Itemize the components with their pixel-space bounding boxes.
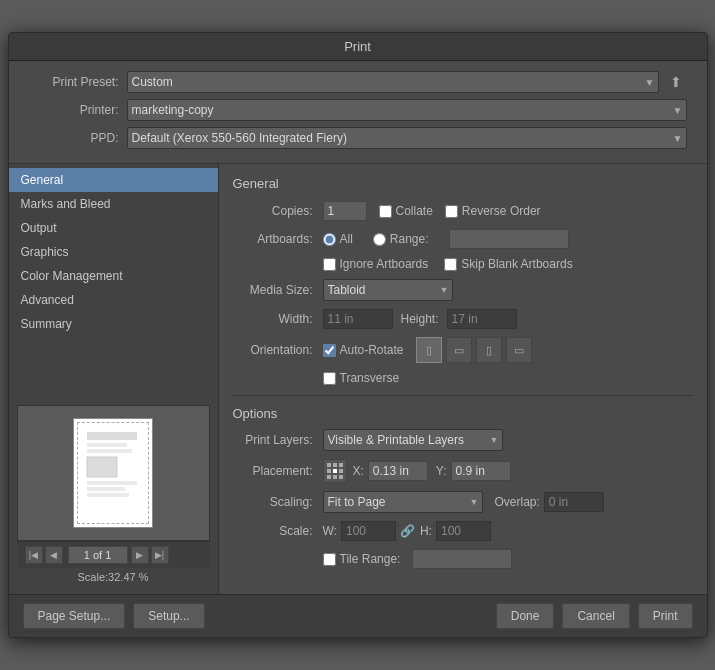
print-layers-select[interactable]: Visible & Printable Layers All Layers Vi… bbox=[323, 429, 503, 451]
svg-rect-9 bbox=[339, 463, 343, 467]
tile-range-label[interactable]: Tile Range: bbox=[323, 552, 401, 566]
placement-row: Placement: bbox=[233, 459, 693, 483]
sidebar-item-color-management[interactable]: Color Management bbox=[9, 264, 218, 288]
print-button[interactable]: Print bbox=[638, 603, 693, 629]
scaling-select[interactable]: Fit to Page Custom Tile Full Pages Tile … bbox=[323, 491, 483, 513]
svg-rect-5 bbox=[87, 487, 125, 491]
done-button[interactable]: Done bbox=[496, 603, 555, 629]
cancel-button[interactable]: Cancel bbox=[562, 603, 629, 629]
orientation-label: Orientation: bbox=[233, 343, 313, 357]
artboard-options: All Range: bbox=[323, 229, 569, 249]
print-layers-select-container: Visible & Printable Layers All Layers Vi… bbox=[323, 429, 503, 451]
skip-blank-checkbox[interactable] bbox=[444, 258, 457, 271]
page-number-input[interactable] bbox=[68, 546, 128, 564]
media-size-select[interactable]: Tabloid Letter A4 Custom bbox=[323, 279, 453, 301]
svg-rect-1 bbox=[87, 443, 127, 447]
artboards-label: Artboards: bbox=[233, 232, 313, 246]
printer-select[interactable]: marketing-copy Default Printer bbox=[127, 99, 687, 121]
scale-link-icon[interactable]: 🔗 bbox=[399, 522, 417, 540]
svg-rect-3 bbox=[87, 457, 117, 477]
ignore-artboards-label[interactable]: Ignore Artboards bbox=[323, 257, 429, 271]
separator bbox=[233, 395, 693, 396]
scale-row: Scale: W: 🔗 H: bbox=[233, 521, 693, 541]
transverse-text: Transverse bbox=[340, 371, 400, 385]
printer-row: Printer: marketing-copy Default Printer … bbox=[29, 99, 687, 121]
auto-rotate-checkbox[interactable] bbox=[323, 344, 336, 357]
sidebar-item-general[interactable]: General bbox=[9, 168, 218, 192]
reverse-order-label[interactable]: Reverse Order bbox=[445, 204, 541, 218]
sidebar-item-summary[interactable]: Summary bbox=[9, 312, 218, 336]
save-preset-icon[interactable]: ⬆ bbox=[665, 71, 687, 93]
landscape-button[interactable]: ▭ bbox=[446, 337, 472, 363]
svg-rect-12 bbox=[339, 469, 343, 473]
placement-label: Placement: bbox=[233, 464, 313, 478]
sidebar-item-graphics[interactable]: Graphics bbox=[9, 240, 218, 264]
artboards-row: Artboards: All Range: bbox=[233, 229, 693, 249]
artboards-range-radio[interactable] bbox=[373, 233, 386, 246]
svg-rect-2 bbox=[87, 449, 132, 453]
sidebar-item-marks-and-bleed[interactable]: Marks and Bleed bbox=[9, 192, 218, 216]
transverse-row: Transverse bbox=[233, 371, 693, 385]
scaling-row: Scaling: Fit to Page Custom Tile Full Pa… bbox=[233, 491, 693, 513]
landscape-flip-button[interactable]: ▭ bbox=[506, 337, 532, 363]
setup-button[interactable]: Setup... bbox=[133, 603, 204, 629]
svg-rect-6 bbox=[87, 493, 129, 497]
preview-box bbox=[17, 405, 210, 541]
reverse-order-checkbox[interactable] bbox=[445, 205, 458, 218]
svg-rect-14 bbox=[333, 475, 337, 479]
preset-row: Print Preset: Custom Default High Qualit… bbox=[29, 71, 687, 93]
media-size-row: Media Size: Tabloid Letter A4 Custom ▼ bbox=[233, 279, 693, 301]
collate-checkbox[interactable] bbox=[379, 205, 392, 218]
last-page-button[interactable]: ▶| bbox=[151, 546, 169, 564]
scale-display: Scale:32.47 % bbox=[17, 568, 210, 586]
artboards-all-label[interactable]: All bbox=[323, 232, 353, 246]
auto-rotate-label[interactable]: Auto-Rotate bbox=[323, 343, 404, 357]
printer-label: Printer: bbox=[29, 103, 119, 117]
artboards-range-input[interactable] bbox=[449, 229, 569, 249]
placement-grid-icon bbox=[323, 459, 347, 483]
x-label: X: bbox=[353, 464, 364, 478]
artboards-all-radio[interactable] bbox=[323, 233, 336, 246]
collate-label[interactable]: Collate bbox=[379, 204, 433, 218]
prev-page-button[interactable]: ◀ bbox=[45, 546, 63, 564]
sidebar: General Marks and Bleed Output Graphics … bbox=[9, 164, 219, 594]
sidebar-item-output[interactable]: Output bbox=[9, 216, 218, 240]
preset-select[interactable]: Custom Default High Quality bbox=[127, 71, 659, 93]
sidebar-item-advanced[interactable]: Advanced bbox=[9, 288, 218, 312]
scale-h-label: H: bbox=[420, 524, 432, 538]
sidebar-list: General Marks and Bleed Output Graphics … bbox=[9, 164, 218, 397]
tile-range-checkbox[interactable] bbox=[323, 553, 336, 566]
scaling-select-container: Fit to Page Custom Tile Full Pages Tile … bbox=[323, 491, 483, 513]
next-page-button[interactable]: ▶ bbox=[131, 546, 149, 564]
copies-input[interactable] bbox=[323, 201, 367, 221]
y-label: Y: bbox=[436, 464, 447, 478]
scaling-label: Scaling: bbox=[233, 495, 313, 509]
preview-section: |◀ ◀ ▶ ▶| Scale:32.47 % bbox=[9, 397, 218, 594]
width-input bbox=[323, 309, 393, 329]
svg-rect-0 bbox=[87, 432, 137, 440]
ignore-row: Ignore Artboards Skip Blank Artboards bbox=[323, 257, 693, 271]
placement-y-input[interactable] bbox=[451, 461, 511, 481]
svg-rect-8 bbox=[333, 463, 337, 467]
placement-x-input[interactable] bbox=[368, 461, 428, 481]
transverse-checkbox[interactable] bbox=[323, 372, 336, 385]
skip-blank-text: Skip Blank Artboards bbox=[461, 257, 572, 271]
first-page-button[interactable]: |◀ bbox=[25, 546, 43, 564]
transverse-label[interactable]: Transverse bbox=[323, 371, 400, 385]
portrait-button[interactable]: ▯ bbox=[416, 337, 442, 363]
artboards-all-text: All bbox=[340, 232, 353, 246]
media-size-select-container: Tabloid Letter A4 Custom ▼ bbox=[323, 279, 453, 301]
artboards-range-label[interactable]: Range: bbox=[373, 232, 429, 246]
bottom-left-buttons: Page Setup... Setup... bbox=[23, 603, 205, 629]
tile-range-row: Tile Range: bbox=[233, 549, 693, 569]
bottom-right-buttons: Done Cancel Print bbox=[496, 603, 693, 629]
overlap-label: Overlap: bbox=[495, 495, 540, 509]
page-setup-button[interactable]: Page Setup... bbox=[23, 603, 126, 629]
portrait-flip-button[interactable]: ▯ bbox=[476, 337, 502, 363]
ppd-select[interactable]: Default (Xerox 550-560 Integrated Fiery) bbox=[127, 127, 687, 149]
reverse-order-text: Reverse Order bbox=[462, 204, 541, 218]
ignore-artboards-checkbox[interactable] bbox=[323, 258, 336, 271]
skip-blank-label[interactable]: Skip Blank Artboards bbox=[444, 257, 572, 271]
ignore-artboards-text: Ignore Artboards bbox=[340, 257, 429, 271]
svg-rect-10 bbox=[327, 469, 331, 473]
